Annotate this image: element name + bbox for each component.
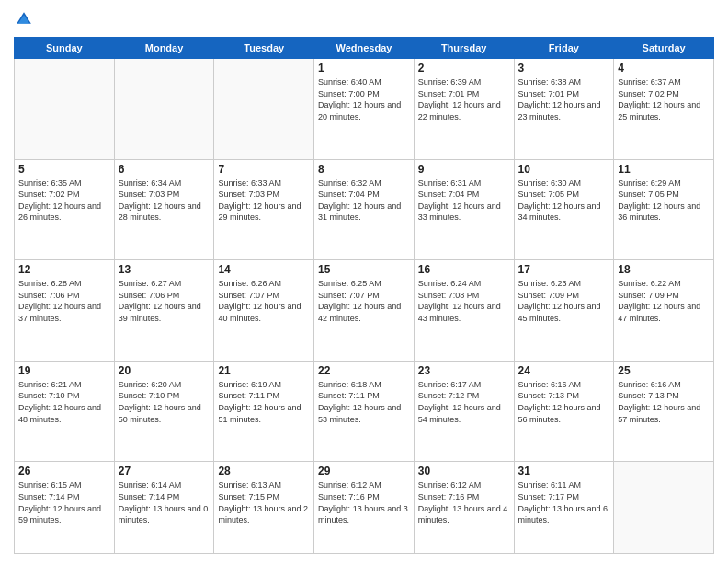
calendar-cell: 19Sunrise: 6:21 AM Sunset: 7:10 PM Dayli…	[15, 361, 115, 462]
day-number: 14	[218, 263, 310, 276]
day-number: 12	[18, 263, 110, 276]
day-number: 11	[618, 163, 710, 176]
calendar-week-row: 1Sunrise: 6:40 AM Sunset: 7:00 PM Daylig…	[15, 59, 714, 160]
weekday-header: Thursday	[414, 38, 514, 59]
cell-info: Sunrise: 6:15 AM Sunset: 7:14 PM Dayligh…	[18, 479, 110, 525]
calendar-cell: 10Sunrise: 6:30 AM Sunset: 7:05 PM Dayli…	[514, 159, 614, 260]
cell-info: Sunrise: 6:22 AM Sunset: 7:09 PM Dayligh…	[618, 278, 710, 324]
weekday-header: Sunday	[15, 38, 115, 59]
calendar-cell: 24Sunrise: 6:16 AM Sunset: 7:13 PM Dayli…	[514, 361, 614, 462]
cell-info: Sunrise: 6:30 AM Sunset: 7:05 PM Dayligh…	[518, 178, 610, 224]
cell-info: Sunrise: 6:14 AM Sunset: 7:14 PM Dayligh…	[119, 479, 210, 525]
calendar-table: SundayMondayTuesdayWednesdayThursdayFrid…	[14, 37, 714, 554]
cell-info: Sunrise: 6:38 AM Sunset: 7:01 PM Dayligh…	[518, 76, 610, 122]
cell-info: Sunrise: 6:34 AM Sunset: 7:03 PM Dayligh…	[119, 178, 210, 224]
cell-info: Sunrise: 6:32 AM Sunset: 7:04 PM Dayligh…	[318, 178, 410, 224]
cell-info: Sunrise: 6:33 AM Sunset: 7:03 PM Dayligh…	[218, 178, 310, 224]
day-number: 10	[518, 163, 610, 176]
cell-info: Sunrise: 6:39 AM Sunset: 7:01 PM Dayligh…	[418, 76, 510, 122]
calendar-cell: 20Sunrise: 6:20 AM Sunset: 7:10 PM Dayli…	[114, 361, 214, 462]
day-number: 17	[518, 263, 610, 276]
calendar-cell: 22Sunrise: 6:18 AM Sunset: 7:11 PM Dayli…	[314, 361, 415, 462]
cell-info: Sunrise: 6:16 AM Sunset: 7:13 PM Dayligh…	[518, 379, 610, 425]
calendar-cell: 21Sunrise: 6:19 AM Sunset: 7:11 PM Dayli…	[214, 361, 314, 462]
cell-info: Sunrise: 6:27 AM Sunset: 7:06 PM Dayligh…	[119, 278, 210, 324]
day-number: 21	[218, 364, 310, 377]
calendar-cell: 14Sunrise: 6:26 AM Sunset: 7:07 PM Dayli…	[214, 260, 314, 362]
cell-info: Sunrise: 6:37 AM Sunset: 7:02 PM Dayligh…	[618, 76, 710, 122]
day-number: 18	[618, 263, 710, 276]
day-number: 9	[418, 163, 510, 176]
day-number: 15	[318, 263, 410, 276]
day-number: 29	[318, 465, 410, 477]
calendar-cell: 5Sunrise: 6:35 AM Sunset: 7:02 PM Daylig…	[15, 159, 115, 260]
day-number: 19	[18, 364, 110, 377]
cell-info: Sunrise: 6:12 AM Sunset: 7:16 PM Dayligh…	[318, 479, 410, 525]
cell-info: Sunrise: 6:40 AM Sunset: 7:00 PM Dayligh…	[318, 76, 410, 122]
day-number: 5	[18, 163, 110, 176]
calendar-cell: 7Sunrise: 6:33 AM Sunset: 7:03 PM Daylig…	[214, 159, 314, 260]
calendar-cell: 18Sunrise: 6:22 AM Sunset: 7:09 PM Dayli…	[614, 260, 714, 362]
calendar-cell	[114, 59, 214, 160]
cell-info: Sunrise: 6:11 AM Sunset: 7:17 PM Dayligh…	[518, 479, 610, 525]
calendar-cell: 8Sunrise: 6:32 AM Sunset: 7:04 PM Daylig…	[314, 159, 415, 260]
day-number: 20	[119, 364, 210, 377]
cell-info: Sunrise: 6:13 AM Sunset: 7:15 PM Dayligh…	[218, 479, 310, 525]
cell-info: Sunrise: 6:31 AM Sunset: 7:04 PM Dayligh…	[418, 178, 510, 224]
cell-info: Sunrise: 6:16 AM Sunset: 7:13 PM Dayligh…	[618, 379, 710, 425]
calendar-cell: 31Sunrise: 6:11 AM Sunset: 7:17 PM Dayli…	[514, 462, 614, 554]
calendar-header-row: SundayMondayTuesdayWednesdayThursdayFrid…	[15, 38, 714, 59]
calendar-cell: 30Sunrise: 6:12 AM Sunset: 7:16 PM Dayli…	[414, 462, 514, 554]
cell-info: Sunrise: 6:29 AM Sunset: 7:05 PM Dayligh…	[618, 178, 710, 224]
cell-info: Sunrise: 6:35 AM Sunset: 7:02 PM Dayligh…	[18, 178, 110, 224]
cell-info: Sunrise: 6:23 AM Sunset: 7:09 PM Dayligh…	[518, 278, 610, 324]
day-number: 13	[119, 263, 210, 276]
calendar-cell: 1Sunrise: 6:40 AM Sunset: 7:00 PM Daylig…	[314, 59, 415, 160]
calendar-cell	[15, 59, 115, 160]
day-number: 4	[618, 62, 710, 75]
calendar-cell: 16Sunrise: 6:24 AM Sunset: 7:08 PM Dayli…	[414, 260, 514, 362]
day-number: 7	[218, 163, 310, 176]
day-number: 16	[418, 263, 510, 276]
day-number: 6	[119, 163, 210, 176]
calendar-week-row: 12Sunrise: 6:28 AM Sunset: 7:06 PM Dayli…	[15, 260, 714, 362]
calendar-cell: 15Sunrise: 6:25 AM Sunset: 7:07 PM Dayli…	[314, 260, 415, 362]
day-number: 8	[318, 163, 410, 176]
cell-info: Sunrise: 6:19 AM Sunset: 7:11 PM Dayligh…	[218, 379, 310, 425]
calendar-cell: 3Sunrise: 6:38 AM Sunset: 7:01 PM Daylig…	[514, 59, 614, 160]
cell-info: Sunrise: 6:17 AM Sunset: 7:12 PM Dayligh…	[418, 379, 510, 425]
cell-info: Sunrise: 6:18 AM Sunset: 7:11 PM Dayligh…	[318, 379, 410, 425]
day-number: 30	[418, 465, 510, 477]
calendar-week-row: 5Sunrise: 6:35 AM Sunset: 7:02 PM Daylig…	[15, 159, 714, 260]
cell-info: Sunrise: 6:26 AM Sunset: 7:07 PM Dayligh…	[218, 278, 310, 324]
cell-info: Sunrise: 6:25 AM Sunset: 7:07 PM Dayligh…	[318, 278, 410, 324]
calendar-cell: 25Sunrise: 6:16 AM Sunset: 7:13 PM Dayli…	[614, 361, 714, 462]
calendar-cell: 4Sunrise: 6:37 AM Sunset: 7:02 PM Daylig…	[614, 59, 714, 160]
cell-info: Sunrise: 6:20 AM Sunset: 7:10 PM Dayligh…	[119, 379, 210, 425]
day-number: 23	[418, 364, 510, 377]
header	[14, 9, 714, 29]
day-number: 28	[218, 465, 310, 477]
day-number: 2	[418, 62, 510, 75]
weekday-header: Saturday	[614, 38, 714, 59]
calendar-cell	[214, 59, 314, 160]
calendar-cell: 27Sunrise: 6:14 AM Sunset: 7:14 PM Dayli…	[114, 462, 214, 554]
cell-info: Sunrise: 6:24 AM Sunset: 7:08 PM Dayligh…	[418, 278, 510, 324]
calendar-cell: 28Sunrise: 6:13 AM Sunset: 7:15 PM Dayli…	[214, 462, 314, 554]
logo	[14, 9, 38, 29]
weekday-header: Tuesday	[214, 38, 314, 59]
cell-info: Sunrise: 6:21 AM Sunset: 7:10 PM Dayligh…	[18, 379, 110, 425]
day-number: 25	[618, 364, 710, 377]
weekday-header: Wednesday	[314, 38, 415, 59]
calendar-cell: 11Sunrise: 6:29 AM Sunset: 7:05 PM Dayli…	[614, 159, 714, 260]
cell-info: Sunrise: 6:12 AM Sunset: 7:16 PM Dayligh…	[418, 479, 510, 525]
day-number: 27	[119, 465, 210, 477]
day-number: 24	[518, 364, 610, 377]
calendar-week-row: 26Sunrise: 6:15 AM Sunset: 7:14 PM Dayli…	[15, 462, 714, 554]
calendar-cell: 9Sunrise: 6:31 AM Sunset: 7:04 PM Daylig…	[414, 159, 514, 260]
day-number: 26	[18, 465, 110, 477]
calendar-cell	[614, 462, 714, 554]
calendar-cell: 13Sunrise: 6:27 AM Sunset: 7:06 PM Dayli…	[114, 260, 214, 362]
calendar-cell: 17Sunrise: 6:23 AM Sunset: 7:09 PM Dayli…	[514, 260, 614, 362]
calendar-cell: 23Sunrise: 6:17 AM Sunset: 7:12 PM Dayli…	[414, 361, 514, 462]
